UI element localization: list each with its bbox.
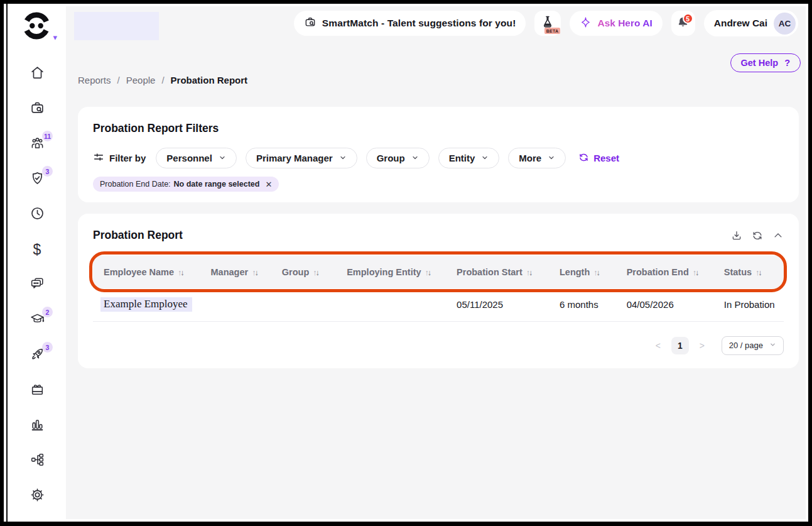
col-label: Manager	[211, 267, 249, 277]
entity-dropdown[interactable]: Entity	[438, 148, 500, 168]
sidebar-item-timesheets[interactable]	[29, 206, 45, 222]
col-status[interactable]: Status↑↓	[713, 256, 784, 288]
sort-icon: ↑↓	[593, 268, 600, 277]
clock-icon	[30, 205, 45, 224]
col-probation-start[interactable]: Probation Start↑↓	[446, 256, 549, 288]
sidebar-item-people[interactable]: 11	[29, 136, 45, 152]
personnel-dropdown[interactable]: Personnel	[156, 148, 237, 168]
sort-icon: ↑↓	[178, 268, 185, 277]
ask-hero-ai-button[interactable]: Ask Hero AI	[570, 11, 662, 36]
primary-manager-dropdown[interactable]: Primary Manager	[246, 148, 357, 168]
sort-icon: ↑↓	[425, 268, 432, 277]
download-icon[interactable]	[731, 230, 742, 241]
employment-hero-logo-icon	[22, 31, 51, 42]
company-name-placeholder	[74, 12, 159, 40]
filters-card: Probation Report Filters Filter by Perso…	[78, 107, 799, 202]
page-number-button[interactable]: 1	[671, 337, 689, 354]
col-label: Probation End	[627, 267, 689, 277]
probation-end-date-chip: Probation End Date: No date range select…	[93, 177, 279, 192]
employee-name-placeholder: Example Employee	[100, 297, 192, 312]
col-group[interactable]: Group↑↓	[271, 256, 336, 288]
sidebar-item-compliance[interactable]: 3	[29, 171, 45, 187]
page-size-value: 20 / page	[729, 341, 763, 350]
report-card-actions	[731, 230, 784, 241]
breadcrumb-separator: /	[117, 75, 120, 85]
sidebar-item-recruitment[interactable]	[29, 101, 45, 117]
entity-dropdown-label: Entity	[449, 153, 475, 163]
group-dropdown-label: Group	[377, 153, 405, 163]
table-row: Example Employee 05/11/2025 6 months 04/…	[93, 288, 784, 321]
question-mark-icon: ?	[784, 58, 790, 68]
learning-badge: 2	[42, 307, 53, 317]
cell-employing-entity	[336, 288, 446, 321]
chevron-down-icon	[411, 153, 419, 163]
compliance-badge: 3	[42, 166, 53, 177]
ask-hero-ai-label: Ask Hero AI	[597, 18, 652, 29]
chat-icon	[30, 276, 45, 294]
col-label: Employing Entity	[347, 267, 421, 277]
gift-icon	[30, 381, 45, 400]
personnel-dropdown-label: Personnel	[166, 153, 212, 163]
page-size-select[interactable]: 20 / page	[722, 336, 784, 355]
brand-logo[interactable]: ▾	[22, 11, 52, 43]
col-probation-end[interactable]: Probation End↑↓	[616, 256, 713, 288]
sidebar-item-benefits[interactable]	[29, 382, 45, 398]
sidebar-item-reports[interactable]	[29, 417, 45, 434]
cell-employee-name: Example Employee	[93, 288, 200, 321]
breadcrumb-people[interactable]: People	[126, 75, 156, 85]
beta-badge: BETA	[544, 28, 561, 34]
logo-caret-icon: ▾	[53, 33, 57, 41]
col-length[interactable]: Length↑↓	[549, 256, 616, 288]
cell-group	[271, 288, 336, 321]
get-help-label: Get Help	[741, 58, 779, 68]
avatar: AC	[774, 13, 796, 35]
filters-card-title: Probation Report Filters	[93, 122, 784, 135]
notifications-button[interactable]: 5	[671, 11, 695, 36]
more-dropdown-label: More	[519, 153, 541, 163]
col-label: Status	[724, 267, 752, 277]
group-dropdown[interactable]: Group	[366, 148, 430, 168]
chip-close-icon[interactable]: ✕	[265, 180, 272, 189]
dollar-icon: $	[33, 241, 41, 258]
sort-icon: ↑↓	[755, 268, 762, 277]
next-page-button[interactable]: >	[696, 341, 708, 351]
prev-page-button[interactable]: <	[652, 341, 664, 351]
sidebar-item-messages[interactable]	[29, 277, 45, 293]
col-label: Employee Name	[104, 267, 174, 277]
reset-filters-button[interactable]: Reset	[578, 152, 619, 165]
bar-chart-icon	[30, 417, 45, 435]
settings-gear-icon	[30, 487, 45, 505]
breadcrumb-separator: /	[161, 75, 164, 85]
sidebar-item-onboarding[interactable]: 3	[29, 347, 45, 363]
chevron-down-icon	[769, 341, 776, 350]
breadcrumb-current: Probation Report	[171, 75, 248, 85]
sparkle-icon	[580, 16, 592, 31]
beta-lab-button[interactable]: BETA	[534, 11, 561, 36]
sort-icon: ↑↓	[526, 268, 533, 277]
col-label: Group	[282, 267, 310, 277]
sidebar-item-org-chart[interactable]	[29, 452, 45, 469]
sidebar-item-learning[interactable]: 2	[29, 312, 45, 328]
cell-probation-start: 05/11/2025	[446, 288, 549, 321]
col-employing-entity[interactable]: Employing Entity↑↓	[336, 256, 446, 288]
col-manager[interactable]: Manager↑↓	[200, 256, 271, 288]
refresh-icon[interactable]	[752, 230, 763, 241]
breadcrumb-reports[interactable]: Reports	[78, 75, 111, 85]
briefcase-search-icon	[30, 100, 45, 118]
probation-table: Employee Name↑↓ Manager↑↓ Group↑↓ Employ…	[93, 256, 784, 322]
cell-status: In Probation	[713, 288, 784, 321]
sort-icon: ↑↓	[313, 268, 320, 277]
user-menu[interactable]: Andrew Cai AC	[704, 10, 798, 36]
sidebar-item-home[interactable]	[29, 65, 45, 82]
col-label: Length	[560, 267, 590, 277]
sidebar-item-settings[interactable]	[29, 488, 45, 504]
collapse-chevron-up-icon[interactable]	[772, 230, 784, 241]
sidebar-item-payroll[interactable]: $	[29, 241, 45, 258]
col-employee-name[interactable]: Employee Name↑↓	[93, 256, 200, 288]
probation-table-wrap: Employee Name↑↓ Manager↑↓ Group↑↓ Employ…	[93, 256, 784, 322]
chevron-down-icon	[481, 153, 489, 163]
more-dropdown[interactable]: More	[508, 148, 566, 168]
chip-label: Probation End Date:	[100, 180, 171, 189]
smartmatch-button[interactable]: SmartMatch - Talent suggestions for you!	[294, 11, 526, 36]
get-help-button[interactable]: Get Help ?	[730, 53, 801, 72]
